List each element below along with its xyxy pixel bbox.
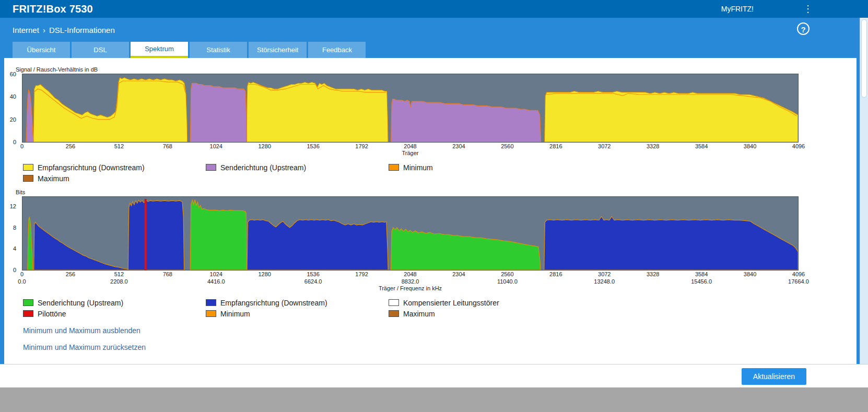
snr-chart: Signal / Rausch-Verhältnis in dB 0204060… bbox=[16, 66, 857, 184]
bits-plot: 04812 bbox=[22, 196, 799, 270]
breadcrumb-section[interactable]: Internet bbox=[13, 26, 39, 34]
x-tick-label: 2304 bbox=[452, 271, 465, 277]
x-tick-label: 4096 bbox=[792, 143, 805, 149]
refresh-button[interactable]: Aktualisieren bbox=[742, 368, 806, 385]
legend-swatch-icon bbox=[389, 310, 399, 317]
app-title: FRITZ!Box 7530 bbox=[13, 3, 93, 15]
legend-swatch-icon bbox=[206, 164, 216, 171]
bits-x-axis: 0256512768102412801536179220482304256028… bbox=[22, 270, 799, 278]
x-tick-label: 256 bbox=[66, 271, 75, 277]
x-tick-label: 256 bbox=[66, 143, 75, 149]
x-tick-label: 3072 bbox=[598, 143, 611, 149]
tab-dsl[interactable]: DSL bbox=[72, 42, 129, 58]
series-downstream-snr bbox=[545, 91, 799, 143]
legend-label: Kompensierter Leitungsstörer bbox=[403, 299, 499, 307]
legend-label: Senderichtung (Upstream) bbox=[220, 163, 306, 172]
series-downstream-bits bbox=[247, 220, 388, 270]
legend-swatch-icon bbox=[23, 310, 33, 317]
bits-plot-canvas bbox=[22, 197, 798, 270]
frequency-tick-label: 8832.0 bbox=[402, 278, 419, 285]
y-tick-label: 40 bbox=[10, 93, 16, 100]
legend-item: Minimum bbox=[389, 162, 571, 173]
frequency-tick-label: 17664.0 bbox=[788, 278, 809, 285]
x-tick-label: 1792 bbox=[355, 271, 368, 277]
x-tick-label: 1536 bbox=[307, 143, 319, 149]
x-tick-label: 1024 bbox=[210, 271, 222, 277]
bits-frequency-axis: 0.02208.04416.06624.08832.011040.013248.… bbox=[22, 278, 799, 285]
legend-label: Senderichtung (Upstream) bbox=[38, 299, 123, 307]
series-upstream-snr bbox=[391, 99, 541, 142]
bits-y-axis: 04812 bbox=[4, 197, 19, 270]
series-upstream-bits bbox=[28, 217, 33, 270]
snr-y-axis: 0204060 bbox=[4, 74, 19, 142]
tab-bar: ÜbersichtDSLSpektrumStatistikStörsicherh… bbox=[0, 42, 868, 58]
x-tick-label: 512 bbox=[114, 143, 124, 149]
series-downstream-bits bbox=[544, 217, 798, 270]
y-tick-label: 20 bbox=[10, 116, 16, 123]
frequency-tick-label: 6624.0 bbox=[304, 278, 322, 285]
x-tick-label: 1536 bbox=[307, 271, 319, 277]
snr-chart-title: Signal / Rausch-Verhältnis in dB bbox=[16, 66, 857, 73]
myfritz-link[interactable]: MyFRITZ! bbox=[721, 5, 754, 13]
legend-item: Empfangsrichtung (Downstream) bbox=[206, 297, 389, 308]
tab-strsicherheit[interactable]: Störsicherheit bbox=[249, 42, 307, 58]
y-tick-label: 8 bbox=[13, 225, 16, 231]
series-upstream-bits bbox=[391, 228, 541, 270]
bits-legend: Senderichtung (Upstream)Empfangsrichtung… bbox=[23, 297, 608, 319]
legend-swatch-icon bbox=[23, 299, 33, 306]
y-tick-label: 0 bbox=[13, 267, 16, 273]
legend-label: Maximum bbox=[403, 310, 435, 318]
x-tick-label: 512 bbox=[114, 271, 124, 277]
legend-item: Maximum bbox=[389, 308, 571, 319]
tab-statistik[interactable]: Statistik bbox=[190, 42, 247, 58]
x-tick-label: 3072 bbox=[598, 271, 611, 277]
legend-item: Maximum bbox=[23, 173, 206, 184]
scrollbar-thumb[interactable] bbox=[861, 19, 867, 98]
legend-swatch-icon bbox=[389, 164, 399, 171]
overflow-menu-icon[interactable]: ⋮ bbox=[803, 4, 813, 14]
footer-bar: Aktualisieren bbox=[0, 364, 868, 387]
x-tick-label: 0 bbox=[20, 143, 24, 149]
x-tick-label: 3840 bbox=[744, 143, 756, 149]
bits-x-axis-caption: Träger / Frequenz in kHz bbox=[22, 285, 799, 293]
legend-swatch-icon bbox=[23, 175, 33, 182]
legend-swatch-icon bbox=[206, 310, 216, 317]
series-downstream-bits bbox=[34, 222, 131, 270]
x-tick-label: 3584 bbox=[695, 271, 708, 277]
x-tick-label: 2816 bbox=[549, 143, 562, 149]
legend-label: Empfangsrichtung (Downstream) bbox=[220, 299, 327, 307]
x-tick-label: 768 bbox=[163, 143, 172, 149]
tab-spektrum[interactable]: Spektrum bbox=[131, 42, 188, 58]
tab-feedback[interactable]: Feedback bbox=[308, 42, 366, 58]
help-icon[interactable]: ? bbox=[797, 22, 810, 35]
link-reset-min-max[interactable]: Minimum und Maximum zurücksetzen bbox=[23, 343, 146, 351]
series-downstream-snr bbox=[247, 82, 388, 142]
legend-label: Minimum bbox=[403, 163, 433, 172]
link-hide-min-max[interactable]: Minimum und Maximum ausblenden bbox=[23, 326, 140, 335]
top-bar: FRITZ!Box 7530 MyFRITZ! ⋮ bbox=[0, 0, 868, 18]
snr-plot: 0204060 bbox=[22, 74, 799, 143]
y-tick-label: 12 bbox=[10, 203, 16, 209]
page-frame: Internet › DSL-Informationen ? Übersicht… bbox=[0, 18, 868, 364]
frequency-tick-label: 15456.0 bbox=[691, 278, 712, 285]
snr-plot-canvas bbox=[22, 74, 798, 142]
x-tick-label: 3328 bbox=[647, 143, 659, 149]
snr-x-axis-caption: Träger bbox=[22, 150, 799, 158]
vertical-scrollbar[interactable] bbox=[860, 18, 868, 364]
x-tick-label: 4096 bbox=[792, 271, 805, 277]
series-upstream-snr bbox=[190, 83, 247, 142]
x-tick-label: 1792 bbox=[355, 143, 368, 149]
bits-chart-title: Bits bbox=[16, 189, 857, 195]
x-tick-label: 2560 bbox=[501, 143, 513, 149]
frequency-tick-label: 13248.0 bbox=[594, 278, 615, 285]
legend-item: Senderichtung (Upstream) bbox=[206, 162, 389, 173]
x-tick-label: 3840 bbox=[744, 271, 756, 277]
y-tick-label: 60 bbox=[10, 71, 16, 77]
x-tick-label: 1280 bbox=[258, 143, 271, 149]
legend-label: Maximum bbox=[38, 174, 69, 183]
legend-item: Senderichtung (Upstream) bbox=[23, 297, 206, 308]
tab-bersicht[interactable]: Übersicht bbox=[13, 42, 70, 58]
y-tick-label: 0 bbox=[13, 139, 16, 145]
legend-swatch-icon bbox=[206, 299, 216, 306]
frequency-tick-label: 2208.0 bbox=[110, 278, 128, 285]
